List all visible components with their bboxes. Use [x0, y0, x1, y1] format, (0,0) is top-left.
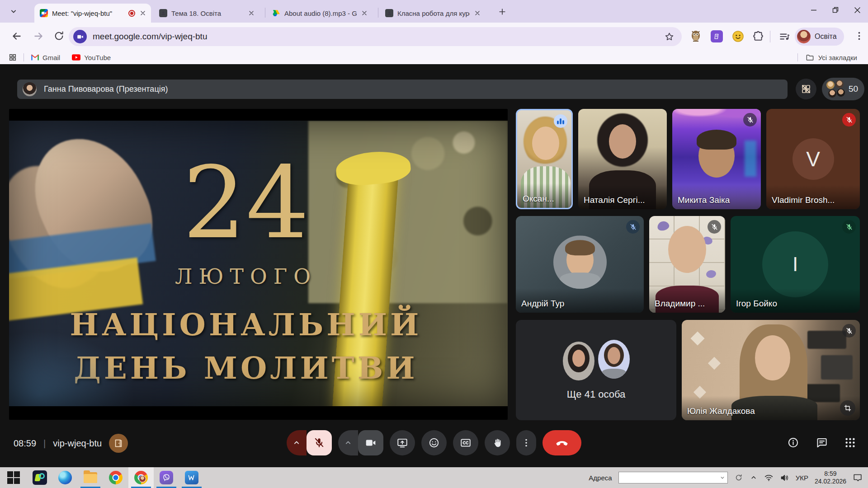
tab-classwork[interactable]: Класна робота для курсу "ІМП [380, 4, 489, 23]
all-bookmarks-button[interactable]: Усі закладки [797, 53, 857, 62]
breakout-rooms-icon[interactable] [109, 434, 128, 453]
action-center-icon[interactable] [853, 473, 863, 483]
tray-date: 24.02.2026 [815, 478, 846, 485]
smiley-extension-icon[interactable] [732, 31, 744, 42]
crop-video-icon[interactable] [840, 400, 855, 416]
mic-options-chevron[interactable] [287, 430, 307, 455]
captions-button[interactable] [453, 430, 478, 455]
mic-off-icon [626, 220, 640, 234]
desktop-screen: Meet: "vip-wjeq-btu" Тема 18. Освіта Abo… [0, 0, 868, 488]
presentation-stage[interactable]: 24 ЛЮТОГО НАЦІОНАЛЬНИЙ ДЕНЬ МОЛИТВИ [9, 109, 508, 420]
participant-tile-vladimir[interactable]: Владимир ... [649, 216, 725, 313]
new-tab-button[interactable] [496, 6, 508, 18]
participant-tile-yulia[interactable]: Юлія Жалдакова [682, 320, 860, 420]
camera-button[interactable] [358, 430, 383, 455]
end-call-button[interactable] [542, 430, 581, 455]
tab-queue-icon[interactable] [778, 31, 790, 42]
profile-avatar [797, 30, 811, 43]
participant-tile-natalia[interactable]: Наталія Сергі... [578, 109, 667, 209]
tab-close-icon[interactable] [474, 9, 481, 17]
tab-close-icon[interactable] [248, 9, 255, 17]
bookmark-youtube[interactable]: YouTube [72, 54, 111, 61]
tray-time: 8:59 [815, 470, 846, 478]
tile-layout-off-button[interactable] [796, 79, 816, 99]
window-restore-button[interactable] [825, 0, 846, 20]
taskbar-edge[interactable] [52, 467, 78, 488]
raise-hand-button[interactable] [485, 430, 510, 455]
activities-icon[interactable] [844, 436, 856, 449]
taskbar-file-explorer[interactable] [78, 467, 103, 488]
windows-taskbar: Адреса УКР 8:59 24.02.2026 [0, 467, 868, 488]
slide-camouflage-art [308, 121, 508, 303]
start-button[interactable] [0, 467, 27, 488]
forward-icon[interactable] [33, 30, 44, 42]
taskbar-viber[interactable] [154, 467, 179, 488]
profile-chip[interactable]: Освіта [795, 28, 844, 46]
side-panel-apps-icon[interactable] [8, 53, 17, 62]
participant-name: Ігор Бойко [736, 299, 777, 309]
toolbar-separator [770, 31, 770, 42]
taskbar-word[interactable] [179, 467, 204, 488]
window-minimize-button[interactable] [803, 0, 825, 20]
reload-icon[interactable] [53, 30, 65, 42]
volume-icon[interactable] [780, 473, 789, 483]
tab-close-icon[interactable] [361, 9, 368, 17]
taskbar-app-k[interactable] [27, 467, 52, 488]
participant-tile-andrii[interactable]: Андрій Тур [516, 216, 644, 313]
chrome-icon [109, 471, 123, 484]
present-screen-button[interactable] [390, 430, 415, 455]
bookmark-star-icon[interactable] [664, 32, 675, 42]
chrome-menu-icon[interactable] [854, 30, 865, 42]
gmail-icon [31, 54, 39, 61]
mic-off-icon [743, 113, 757, 127]
participant-name: Наталія Сергі... [584, 195, 645, 205]
participant-tile-vladimir-b[interactable]: V Vladimir Brosh... [766, 109, 860, 209]
tab-meet[interactable]: Meet: "vip-wjeq-btu" [34, 4, 151, 23]
address-bar[interactable]: meet.google.com/vip-wjeq-btu [69, 27, 682, 46]
extensions-puzzle-icon[interactable] [752, 30, 764, 42]
chat-icon[interactable] [816, 436, 828, 449]
presenter-name: Ганна Пивоварова (Презентація) [44, 84, 168, 94]
owl-extension-icon[interactable] [690, 30, 702, 42]
taskbar-chrome-profile[interactable] [128, 467, 154, 488]
tab-title: Класна робота для курсу "ІМП [397, 9, 470, 17]
slide-day: 24 [183, 153, 309, 253]
wifi-icon[interactable] [764, 473, 774, 483]
participant-tile-oksana[interactable]: Оксан... [516, 109, 573, 209]
back-icon[interactable] [11, 30, 23, 42]
language-indicator[interactable]: УКР [796, 474, 808, 482]
bookmarks-separator [24, 53, 24, 61]
meeting-panels [787, 436, 856, 449]
taskbar-chrome[interactable] [103, 467, 128, 488]
slide-title-line2: ДЕНЬ МОЛИТВИ [74, 350, 418, 386]
meeting-details-icon[interactable] [787, 436, 799, 449]
more-options-button[interactable] [516, 430, 536, 455]
tab-search-button[interactable] [7, 5, 20, 18]
participant-name: Оксан... [523, 194, 554, 204]
address-go-icon[interactable] [734, 473, 743, 482]
participant-tile-ihor[interactable]: I Ігор Бойко [731, 216, 860, 313]
tab-osvita[interactable]: Тема 18. Освіта [154, 4, 263, 23]
participant-initial: V [793, 138, 834, 180]
file-explorer-icon [84, 472, 97, 483]
slide-yellow-ribbon-art [332, 168, 399, 406]
speaking-indicator-icon [554, 114, 567, 128]
window-close-button[interactable] [846, 0, 868, 20]
k-app-icon [33, 470, 47, 485]
notes-extension-icon[interactable] [711, 30, 723, 42]
address-toolbar-input[interactable] [618, 472, 728, 483]
windows-logo-icon [7, 471, 20, 484]
overflow-participants-tile[interactable]: Ще 41 особа [516, 320, 676, 420]
tab-close-icon[interactable] [139, 9, 146, 17]
tab-audio[interactable]: About audio (8).mp3 - Google [267, 4, 376, 23]
mic-muted-button[interactable] [307, 430, 332, 455]
folder-icon [806, 53, 814, 62]
participant-count-pill[interactable]: 50 [822, 78, 864, 100]
profile-favicon-icon [159, 9, 167, 17]
hidden-icons-chevron[interactable] [750, 474, 758, 482]
reactions-button[interactable] [421, 430, 447, 455]
participant-tile-mykyta[interactable]: Микита Заіка [672, 109, 761, 209]
bookmark-gmail[interactable]: Gmail [31, 54, 60, 61]
camera-options-chevron[interactable] [338, 430, 358, 455]
tray-clock[interactable]: 8:59 24.02.2026 [815, 470, 846, 485]
